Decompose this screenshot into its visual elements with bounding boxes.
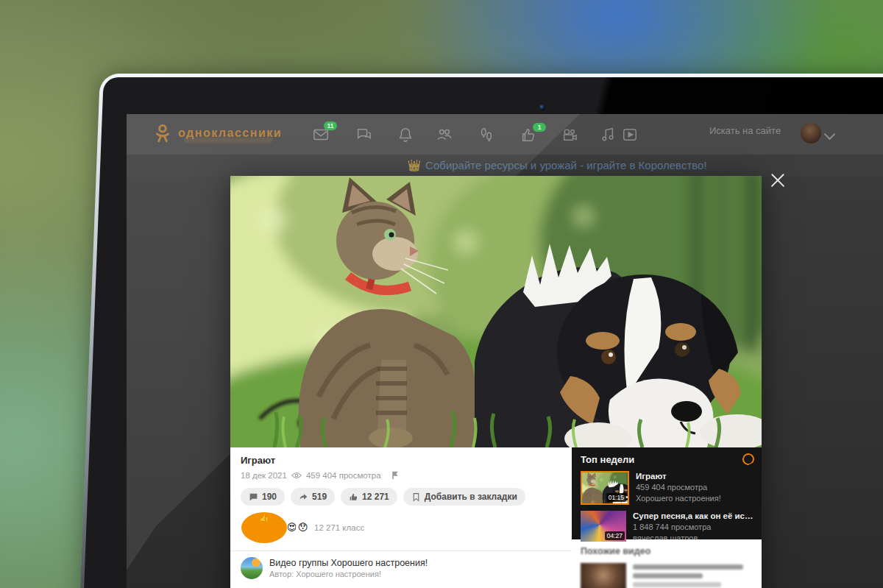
duration-badge: 04:27 [605,531,625,540]
reactions-summary[interactable]: 12 271 класс [314,523,364,532]
laptop-screen: одноклассники 11 1 [127,114,883,588]
messages-badge: 11 [324,121,337,130]
share-button[interactable]: 519 [291,488,335,506]
top-week-item-1[interactable]: 01:15 Играют 459 404 просмотра Хорошего … [581,471,754,505]
thumb-up-icon [349,492,358,502]
blurred-text-placeholder [633,563,743,588]
mockup-stage: одноклассники 11 1 [0,0,883,588]
ok-video-icon[interactable] [621,127,639,143]
share-arrow-icon [299,492,308,502]
video-info-column: Играют 18 дек 2021 459 404 просмотра [230,447,572,588]
likes-count: 12 271 [362,492,389,502]
friends-icon[interactable] [436,127,453,143]
sidebar-video-views: 459 404 просмотра [636,483,721,492]
sidebar-video-title[interactable]: Супер песня,а как он её исполняет [633,511,754,520]
comment-icon [249,492,258,502]
reactions-badge: 1 [533,123,546,132]
sidebar-column: Топ недели 01:15 Играют 459 404 просмотр… [572,447,762,588]
related-videos-title: Похожие видео [581,546,754,556]
video-views: 459 404 просмотра [306,471,381,480]
chevron-down-icon[interactable] [824,129,836,141]
report-flag-icon[interactable] [390,471,400,480]
like-button[interactable]: 12 271 [341,488,397,506]
group-title[interactable]: Видео группы Хорошего настроения! [269,558,428,568]
top-week-title: Топ недели [581,454,634,465]
group-avatar[interactable] [241,557,263,579]
related-videos-panel: Похожие видео [572,539,762,588]
music-icon[interactable] [599,127,617,143]
video-thumbnail[interactable]: 04:27 [581,511,626,542]
video-title: Играют [241,455,560,466]
shares-count: 519 [312,492,327,502]
notifications-bell-icon[interactable] [397,127,414,143]
search-input[interactable] [708,124,799,137]
reaction-like-icon[interactable]: 👍 [241,511,288,544]
top-week-item-2[interactable]: 04:27 Супер песня,а как он её исполняет … [581,511,754,542]
comments-button[interactable]: 190 [241,488,285,506]
group-row[interactable]: Видео группы Хорошего настроения! Автор:… [241,551,560,585]
user-avatar[interactable] [801,123,821,144]
video-date: 18 дек 2021 [241,471,287,480]
ok-video-ring-icon[interactable] [741,452,756,467]
views-eye-icon [291,471,302,480]
bookmark-icon [411,492,421,502]
video-camera-icon[interactable] [561,127,578,143]
sidebar-video-views: 1 848 744 просмотра [633,523,754,531]
duration-badge: 01:15 [606,493,626,502]
bookmark-button[interactable]: Добавить в закладки [403,488,525,506]
sidebar-video-title[interactable]: Играют [636,472,721,481]
ok-header: одноклассники 11 1 [127,114,883,155]
crown-icon: 👑 [407,159,421,171]
comments-count: 190 [262,492,277,502]
banner-link[interactable]: Собирайте ресурсы и урожай - играйте в К… [425,159,706,171]
logo-subtitle [184,138,272,143]
top-week-panel: Топ недели 01:15 Играют 459 404 просмотр… [572,447,762,539]
video-modal: Играют 18 дек 2021 459 404 просмотра [230,176,762,588]
group-author[interactable]: Автор: Хорошего настроения! [269,570,428,578]
chats-icon[interactable] [355,127,372,143]
ok-logo-icon [153,124,172,143]
webcam-dot [539,105,545,110]
video-frame-cat-and-dog[interactable] [230,176,762,447]
close-icon[interactable] [770,172,786,188]
video-thumbnail-playing[interactable]: 01:15 [581,471,629,505]
guests-footprints-icon[interactable] [478,127,495,143]
related-video-item[interactable] [581,563,754,588]
bookmark-label: Добавить в закладки [425,492,517,502]
related-video-thumbnail[interactable] [581,563,626,588]
sidebar-video-author[interactable]: Хорошего настроения! [636,494,721,503]
reaction-wow-icon[interactable]: 😯 [296,521,310,535]
